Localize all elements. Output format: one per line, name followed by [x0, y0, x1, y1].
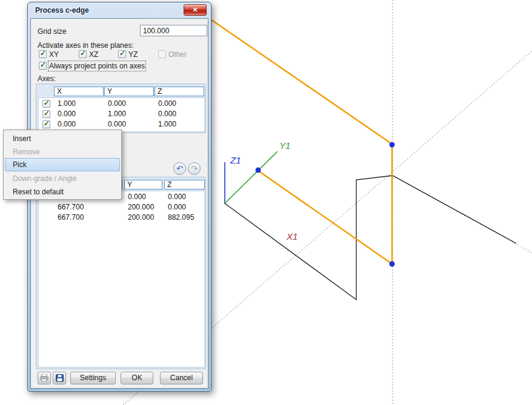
axis-value-y: 0.000 — [105, 99, 158, 109]
plane-yz-label: YZ — [128, 50, 138, 59]
point-value-z: 0.000 — [165, 202, 205, 212]
plane-xy-label: XY — [49, 50, 59, 59]
axes-grid-body: 1.000 0.000 0.000 0.000 1.000 0.000 0.00… — [38, 97, 205, 132]
point-row[interactable]: 667.700 200.000 0.000 — [39, 202, 204, 212]
undo-button[interactable]: ↶ — [173, 162, 186, 175]
y-axis-label: Y1 — [279, 140, 290, 151]
close-icon: ✕ — [192, 6, 198, 13]
plane-other-checkbox — [158, 50, 166, 58]
menu-item-remove: Remove — [5, 145, 120, 158]
dialog-client-area: Grid size Activate axes in these planes:… — [30, 18, 208, 389]
ok-button[interactable]: OK — [121, 372, 153, 384]
dialog-titlebar[interactable]: Process c-edge ✕ — [28, 2, 211, 18]
point-value-z: 882.095 — [165, 212, 205, 223]
point-value-x: 667.700 — [55, 202, 126, 212]
menu-item-pick[interactable]: Pick — [5, 158, 120, 171]
axis-value-x: 0.000 — [55, 109, 107, 119]
axis-value-y: 0.000 — [105, 119, 158, 130]
plane-xz-label: XZ — [89, 50, 98, 59]
point-row[interactable]: 667.700 200.000 882.095 — [39, 212, 204, 223]
axes-grid-header-y[interactable]: Y — [104, 87, 154, 96]
axis-row-checkbox[interactable] — [42, 120, 50, 128]
axis-row-checkbox[interactable] — [42, 100, 50, 108]
axis-value-y: 1.000 — [105, 109, 158, 119]
plane-yz-checkbox[interactable] — [118, 50, 126, 58]
axes-grid-row[interactable]: 0.000 1.000 0.000 — [39, 109, 204, 119]
z-axis-label: Z1 — [230, 155, 241, 165]
undo-icon: ↶ — [176, 164, 183, 173]
plane-xz-checkbox[interactable] — [79, 50, 87, 58]
grid-size-input[interactable] — [140, 25, 207, 36]
plane-xy-checkbox[interactable] — [39, 50, 47, 58]
points-grid-header-z[interactable]: Z — [164, 180, 205, 189]
menu-item-reset-to-default[interactable]: Reset to default — [5, 185, 120, 198]
floppy-disk-icon — [56, 374, 64, 382]
part-wireframe[interactable] — [225, 176, 516, 300]
plane-other-label: Other — [168, 50, 187, 59]
points-grid-panel: X Y Z 0.000 0.000 667.700 200.000 0.000 — [36, 177, 206, 369]
pick-point-1[interactable] — [390, 142, 395, 148]
point-value-y: 200.000 — [125, 202, 166, 212]
x-axis-label: X1 — [286, 231, 298, 242]
save-button[interactable] — [53, 372, 66, 384]
context-menu: Insert Remove Pick Down-grade / Angle Re… — [3, 130, 122, 200]
printer-icon — [40, 374, 48, 382]
point-value-z: 0.000 — [165, 192, 205, 202]
axes-grid-header-z[interactable]: Z — [155, 87, 204, 96]
axis-row-checkbox[interactable] — [42, 110, 50, 118]
settings-button[interactable]: Settings — [70, 372, 116, 384]
always-project-checkbox[interactable] — [39, 62, 47, 70]
axis-value-x: 0.000 — [55, 119, 107, 130]
points-grid-body[interactable]: 0.000 0.000 667.700 200.000 0.000 667.70… — [38, 191, 205, 367]
pick-point-2[interactable] — [390, 262, 395, 267]
planes-label: Activate axes in these planes: — [38, 41, 134, 50]
point-value-y: 0.000 — [125, 192, 166, 202]
axis-value-z: 0.000 — [155, 109, 205, 119]
axis-value-z: 1.000 — [155, 119, 205, 130]
axes-grid-row[interactable]: 0.000 0.000 1.000 — [39, 119, 204, 130]
axes-grid-panel: X Y Z 1.000 0.000 0.000 0.000 1.000 0.00… — [36, 84, 206, 133]
pick-point-3[interactable] — [256, 168, 261, 173]
axes-grid-header-x[interactable]: X — [54, 87, 104, 96]
cancel-button[interactable]: Cancel — [160, 372, 203, 384]
c-edge-segment-3[interactable] — [258, 171, 392, 264]
print-button[interactable] — [38, 372, 51, 384]
dialog-title: Process c-edge — [35, 6, 89, 15]
grid-size-label: Grid size — [38, 27, 66, 36]
axes-label: Axes: — [38, 74, 56, 83]
application-canvas: Z1 Y1 X1 Process c-edge ✕ Grid size Acti… — [0, 0, 532, 405]
axes-grid-row[interactable]: 1.000 0.000 0.000 — [39, 99, 204, 109]
axis-value-x: 1.000 — [55, 99, 107, 109]
axis-value-z: 0.000 — [155, 99, 205, 109]
points-grid-header-y[interactable]: Y — [124, 180, 162, 189]
close-button[interactable]: ✕ — [184, 4, 207, 16]
always-project-label: Always project points on axes — [49, 62, 145, 70]
point-value-x: 667.700 — [55, 212, 126, 223]
c-edge-segment-1[interactable] — [205, 16, 392, 144]
menu-item-insert[interactable]: Insert — [5, 131, 120, 145]
point-value-y: 200.000 — [125, 212, 166, 223]
redo-icon: ↷ — [191, 164, 198, 173]
redo-button: ↷ — [188, 162, 201, 175]
menu-item-downgrade-angle: Down-grade / Angle — [5, 171, 120, 185]
